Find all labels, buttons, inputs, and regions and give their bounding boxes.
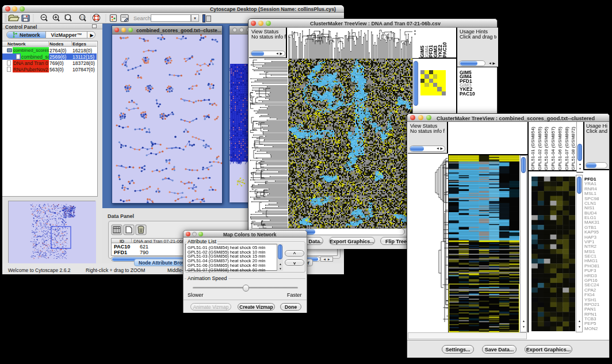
svg-text:1:1: 1:1: [81, 16, 85, 19]
